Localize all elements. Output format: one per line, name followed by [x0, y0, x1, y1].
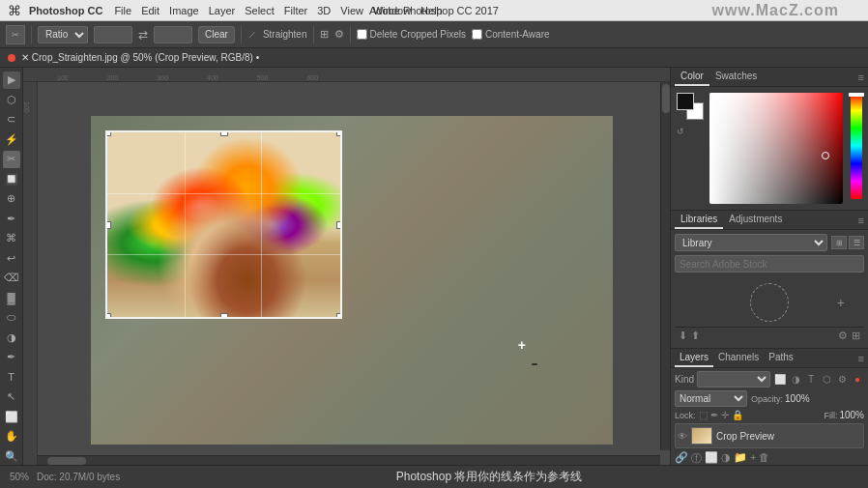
tool-eyedropper[interactable]: 🔲	[3, 171, 20, 188]
crop-handle-br[interactable]	[336, 313, 342, 319]
tool-history[interactable]: ↩	[3, 250, 20, 268]
clear-button[interactable]: Clear	[198, 26, 235, 43]
hue-cursor[interactable]	[849, 93, 864, 97]
menu-layer[interactable]: Layer	[209, 5, 236, 16]
scrollbar-horizontal[interactable]	[38, 455, 660, 465]
layer-new-icon[interactable]: +	[750, 451, 756, 466]
tool-hand[interactable]: ✋	[3, 428, 20, 445]
tab-paths[interactable]: Paths	[764, 349, 798, 367]
tab-libraries[interactable]: Libraries	[675, 211, 723, 229]
library-add-icon[interactable]: +	[837, 295, 845, 310]
height-input[interactable]	[154, 26, 192, 43]
crop-handle-tm[interactable]	[220, 130, 228, 136]
layer-mask-icon[interactable]: ⬜	[705, 451, 718, 466]
layer-visibility-icon[interactable]: 👁	[678, 431, 687, 442]
tool-stamp[interactable]: ⌘	[3, 230, 20, 247]
scrollbar-thumb-v[interactable]	[662, 84, 670, 113]
lock-all-icon[interactable]: 🔒	[732, 410, 743, 420]
tool-zoom[interactable]: 🔍	[3, 448, 20, 466]
tool-pen[interactable]: ✒	[3, 349, 20, 366]
swap-icon[interactable]: ⇄	[138, 28, 148, 42]
crop-handle-bl[interactable]	[105, 313, 111, 319]
filter-pixel-icon[interactable]: ⬜	[773, 374, 787, 385]
scrollbar-thumb-h[interactable]	[47, 457, 86, 465]
tool-heal[interactable]: ⊕	[3, 190, 20, 208]
lock-position-icon[interactable]: ✛	[721, 410, 729, 420]
filter-type-icon[interactable]: T	[804, 374, 818, 385]
layer-item[interactable]: 👁 Crop Preview	[675, 423, 864, 448]
fill-value[interactable]: 100%	[839, 410, 864, 420]
crop-handle-tr[interactable]	[336, 130, 342, 136]
content-aware-label[interactable]: Content-Aware	[472, 29, 550, 40]
tool-eraser[interactable]: ⌫	[3, 270, 20, 287]
tool-crop[interactable]: ✂	[3, 151, 20, 168]
scrollbar-vertical[interactable]	[660, 82, 670, 450]
lock-paint-icon[interactable]: ✒	[710, 410, 718, 420]
delete-cropped-checkbox[interactable]	[357, 29, 367, 40]
layer-adjustment-icon[interactable]: ◑	[721, 451, 731, 466]
opacity-value[interactable]: 100%	[785, 393, 816, 404]
menu-image[interactable]: Image	[169, 5, 199, 16]
tab-swatches[interactable]: Swatches	[709, 68, 763, 86]
library-upload-icon[interactable]: ⬆	[691, 330, 700, 342]
filter-toggle[interactable]: ●	[851, 374, 864, 385]
filter-adj-icon[interactable]: ◑	[789, 374, 802, 385]
library-grid-icon[interactable]: ⊞	[852, 330, 860, 342]
tab-channels[interactable]: Channels	[713, 349, 764, 367]
crop-handle-mr[interactable]	[336, 221, 342, 229]
filter-shape-icon[interactable]: ⬡	[820, 374, 833, 385]
adobe-stock-search[interactable]	[675, 255, 864, 273]
tool-path-select[interactable]: ↖	[3, 388, 20, 406]
menu-file[interactable]: File	[114, 5, 131, 16]
layer-group-icon[interactable]: 📁	[734, 451, 747, 466]
grid-icon[interactable]: ⊞	[320, 28, 329, 41]
library-select[interactable]: Library	[675, 234, 827, 251]
tool-blur[interactable]: ⬭	[3, 309, 20, 327]
apple-menu[interactable]: ⌘	[8, 3, 21, 18]
crop-handle-ml[interactable]	[105, 221, 111, 229]
foreground-color[interactable]	[677, 93, 694, 110]
settings-icon[interactable]: ⚙	[334, 28, 344, 41]
tab-layers[interactable]: Layers	[675, 349, 713, 367]
lock-transparent-icon[interactable]: ⬚	[699, 410, 708, 420]
tool-gradient[interactable]: ▓	[3, 290, 20, 307]
tab-adjustments[interactable]: Adjustments	[723, 211, 788, 229]
filter-smart-icon[interactable]: ⚙	[835, 374, 849, 385]
layer-link-icon[interactable]: 🔗	[675, 451, 688, 466]
tool-marquee[interactable]: ⬡	[3, 92, 20, 109]
ratio-select[interactable]: Ratio	[38, 26, 88, 43]
grid-view-icon[interactable]: ⊞	[831, 236, 847, 249]
fg-bg-swatch[interactable]	[677, 93, 704, 120]
libraries-panel-menu[interactable]: ≡	[858, 215, 864, 226]
library-settings-icon[interactable]: ⚙	[838, 330, 848, 342]
layer-style-icon[interactable]: ⓕ	[691, 451, 702, 466]
menu-select[interactable]: Select	[245, 5, 275, 16]
kind-filter-select[interactable]	[697, 371, 770, 388]
delete-cropped-label[interactable]: Delete Cropped Pixels	[357, 29, 467, 40]
tool-quick-select[interactable]: ⚡	[3, 131, 20, 149]
tab-color[interactable]: Color	[675, 68, 709, 86]
tool-dodge[interactable]: ◑	[3, 330, 20, 347]
tool-shape[interactable]: ⬜	[3, 409, 20, 426]
list-view-icon[interactable]: ☰	[849, 236, 864, 249]
blend-mode-select[interactable]: Normal	[675, 390, 747, 407]
content-aware-checkbox[interactable]	[472, 29, 482, 40]
width-input[interactable]	[94, 26, 132, 43]
tool-lasso[interactable]: ⊂	[3, 111, 20, 129]
layer-delete-icon[interactable]: 🗑	[759, 451, 769, 466]
straighten-label[interactable]: Straighten	[263, 29, 307, 40]
tool-brush[interactable]: ✒	[3, 211, 20, 228]
layers-panel-menu[interactable]: ≡	[858, 353, 864, 364]
crop-selection[interactable]	[105, 130, 342, 319]
crop-handle-bm[interactable]	[220, 313, 228, 319]
menu-edit[interactable]: Edit	[141, 5, 159, 16]
document-name[interactable]: ✕ Crop_Straighten.jpg @ 50% (Crop Previe…	[21, 52, 259, 63]
menu-view[interactable]: View	[340, 5, 363, 16]
tool-move[interactable]: ▶	[3, 72, 20, 89]
color-panel-menu[interactable]: ≡	[858, 72, 864, 83]
hue-slider[interactable]	[851, 93, 862, 199]
tool-type[interactable]: T	[3, 369, 20, 387]
menu-3d[interactable]: 3D	[317, 5, 331, 16]
crop-handle-tl[interactable]	[105, 130, 111, 136]
reset-colors[interactable]: ↺	[677, 127, 704, 136]
